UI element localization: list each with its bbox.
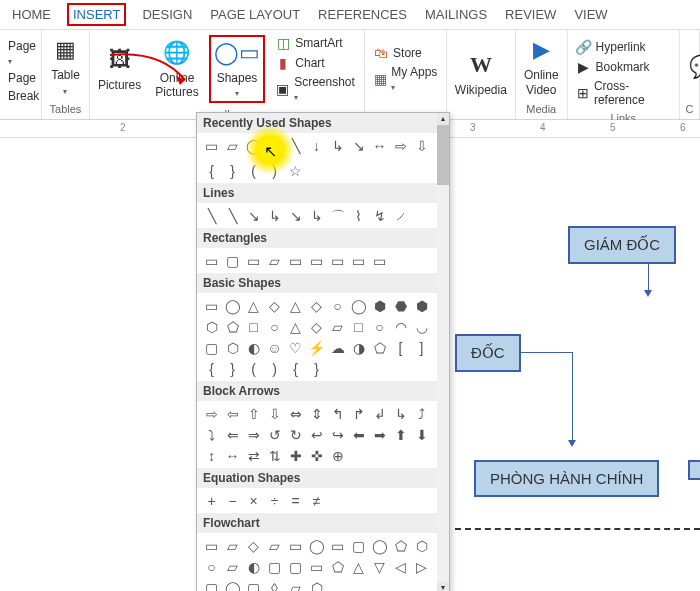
shape-item[interactable]: ◐ bbox=[245, 339, 262, 356]
shape-item[interactable]: ○ bbox=[371, 318, 388, 335]
shape-item[interactable]: ○ bbox=[329, 297, 346, 314]
shape-item[interactable]: ◇ bbox=[308, 297, 325, 314]
my-apps-button[interactable]: ▦My Apps bbox=[371, 64, 440, 94]
shape-item[interactable]: ⇔ bbox=[287, 405, 304, 422]
shape-item[interactable]: ◇ bbox=[308, 318, 325, 335]
shape-item[interactable]: ➡ bbox=[371, 426, 388, 443]
shape-item[interactable]: ⇨ bbox=[392, 137, 409, 154]
shape-item[interactable]: ╲ bbox=[203, 207, 220, 224]
shape-item[interactable]: ↲ bbox=[371, 405, 388, 422]
shape-item[interactable]: { bbox=[203, 360, 220, 377]
shape-item[interactable]: ◐ bbox=[245, 558, 262, 575]
tab-design[interactable]: DESIGN bbox=[140, 5, 194, 24]
shapes-button[interactable]: ◯▭ Shapes bbox=[213, 37, 262, 102]
shape-item[interactable]: ◯ bbox=[371, 537, 388, 554]
shape-item[interactable]: ⬇ bbox=[413, 426, 430, 443]
shape-item[interactable]: } bbox=[224, 162, 241, 179]
tab-page-layout[interactable]: PAGE LAYOUT bbox=[208, 5, 302, 24]
shape-item[interactable]: ↳ bbox=[266, 207, 283, 224]
shape-item[interactable]: ≠ bbox=[308, 492, 325, 509]
shape-item[interactable]: + bbox=[203, 492, 220, 509]
shape-item[interactable]: ↩ bbox=[308, 426, 325, 443]
shape-item[interactable]: ) bbox=[266, 162, 283, 179]
tab-review[interactable]: REVIEW bbox=[503, 5, 558, 24]
shape-item[interactable]: ⟋ bbox=[392, 207, 409, 224]
shape-item[interactable]: ⬡ bbox=[308, 579, 325, 591]
shape-item[interactable]: ▱ bbox=[329, 318, 346, 335]
table-button[interactable]: ▦ Table bbox=[46, 34, 85, 99]
shape-item[interactable]: ⊕ bbox=[329, 447, 346, 464]
shape-item[interactable]: ⬅ bbox=[350, 426, 367, 443]
shape-item[interactable]: □ bbox=[350, 318, 367, 335]
shape-item[interactable]: □ bbox=[245, 318, 262, 335]
shape-item[interactable]: ⇩ bbox=[266, 405, 283, 422]
shape-item[interactable]: ↳ bbox=[329, 137, 346, 154]
shape-item[interactable]: ↘ bbox=[350, 137, 367, 154]
shape-item[interactable]: ✜ bbox=[308, 447, 325, 464]
org-box-phong[interactable]: PHÒNG HÀNH CHÍNH bbox=[474, 460, 659, 497]
document-canvas[interactable]: Recently Used Shapes ▭▱◯△╲↓↳↘↔⇨⇩ {}()☆ L… bbox=[0, 138, 700, 591]
shape-item[interactable]: ⬢ bbox=[413, 297, 430, 314]
shape-item[interactable]: ⬠ bbox=[224, 318, 241, 335]
shape-item[interactable]: ▭ bbox=[287, 252, 304, 269]
shape-item[interactable]: ▢ bbox=[350, 537, 367, 554]
pictures-button[interactable]: 🖼 Pictures bbox=[94, 44, 145, 94]
shape-item[interactable]: ▭ bbox=[245, 252, 262, 269]
shape-item[interactable]: ↻ bbox=[287, 426, 304, 443]
shape-item[interactable]: ) bbox=[266, 360, 283, 377]
shape-item[interactable]: ◡ bbox=[413, 318, 430, 335]
shape-item[interactable]: } bbox=[308, 360, 325, 377]
scroll-thumb[interactable] bbox=[437, 125, 449, 185]
shape-item[interactable]: ⇅ bbox=[266, 447, 283, 464]
shape-item[interactable]: − bbox=[224, 492, 241, 509]
tab-insert[interactable]: INSERT bbox=[67, 3, 126, 26]
shape-item[interactable]: ▱ bbox=[266, 252, 283, 269]
shape-item[interactable]: ▭ bbox=[308, 558, 325, 575]
shape-item[interactable]: △ bbox=[287, 297, 304, 314]
shape-item[interactable]: ↰ bbox=[329, 405, 346, 422]
shape-item[interactable]: ⬆ bbox=[392, 426, 409, 443]
shape-item[interactable]: △ bbox=[287, 318, 304, 335]
shape-item[interactable]: ◁ bbox=[392, 558, 409, 575]
shape-item[interactable]: ◠ bbox=[392, 318, 409, 335]
shape-item[interactable]: ⇕ bbox=[308, 405, 325, 422]
shape-item[interactable]: ⬠ bbox=[329, 558, 346, 575]
shape-item[interactable]: ↳ bbox=[308, 207, 325, 224]
shape-item[interactable]: ▭ bbox=[203, 297, 220, 314]
shape-item[interactable]: ↱ bbox=[350, 405, 367, 422]
page-break-button2[interactable]: Break bbox=[6, 88, 35, 104]
shape-item[interactable]: ▽ bbox=[371, 558, 388, 575]
shape-item[interactable]: ↺ bbox=[266, 426, 283, 443]
tab-mailings[interactable]: MAILINGS bbox=[423, 5, 489, 24]
shape-item[interactable]: ▱ bbox=[224, 537, 241, 554]
shape-item[interactable]: ↘ bbox=[245, 207, 262, 224]
shape-item[interactable]: ▭ bbox=[329, 537, 346, 554]
online-pictures-button[interactable]: 🌐 Online Pictures bbox=[151, 37, 202, 102]
shape-item[interactable]: ╲ bbox=[224, 207, 241, 224]
shape-item[interactable]: { bbox=[203, 162, 220, 179]
shape-item[interactable]: ◑ bbox=[350, 339, 367, 356]
scroll-down-icon[interactable]: ▾ bbox=[437, 582, 449, 591]
shape-item[interactable]: ○ bbox=[266, 318, 283, 335]
shape-item[interactable]: △ bbox=[266, 137, 283, 154]
page-button[interactable]: Page bbox=[6, 38, 35, 68]
shape-item[interactable]: ⇩ bbox=[413, 137, 430, 154]
shape-item[interactable]: ↕ bbox=[203, 447, 220, 464]
online-video-button[interactable]: ▶ Online Video bbox=[520, 34, 563, 99]
shape-item[interactable]: ▷ bbox=[413, 558, 430, 575]
shape-item[interactable]: ↯ bbox=[371, 207, 388, 224]
shape-item[interactable]: ▱ bbox=[224, 558, 241, 575]
shape-item[interactable]: ⬣ bbox=[392, 297, 409, 314]
shape-item[interactable]: ◯ bbox=[308, 537, 325, 554]
shape-item[interactable]: ◇ bbox=[245, 537, 262, 554]
shape-item[interactable]: ⇒ bbox=[245, 426, 262, 443]
tab-home[interactable]: HOME bbox=[10, 5, 53, 24]
shape-item[interactable]: ▭ bbox=[350, 252, 367, 269]
screenshot-button[interactable]: ▣Screenshot bbox=[273, 74, 358, 104]
shape-item[interactable]: ◯ bbox=[350, 297, 367, 314]
cross-reference-button[interactable]: ⊞Cross-reference bbox=[574, 78, 673, 108]
shape-item[interactable]: ▭ bbox=[371, 252, 388, 269]
store-button[interactable]: 🛍Store bbox=[371, 44, 440, 62]
shape-item[interactable]: ⌇ bbox=[350, 207, 367, 224]
shape-item[interactable]: ▢ bbox=[203, 579, 220, 591]
